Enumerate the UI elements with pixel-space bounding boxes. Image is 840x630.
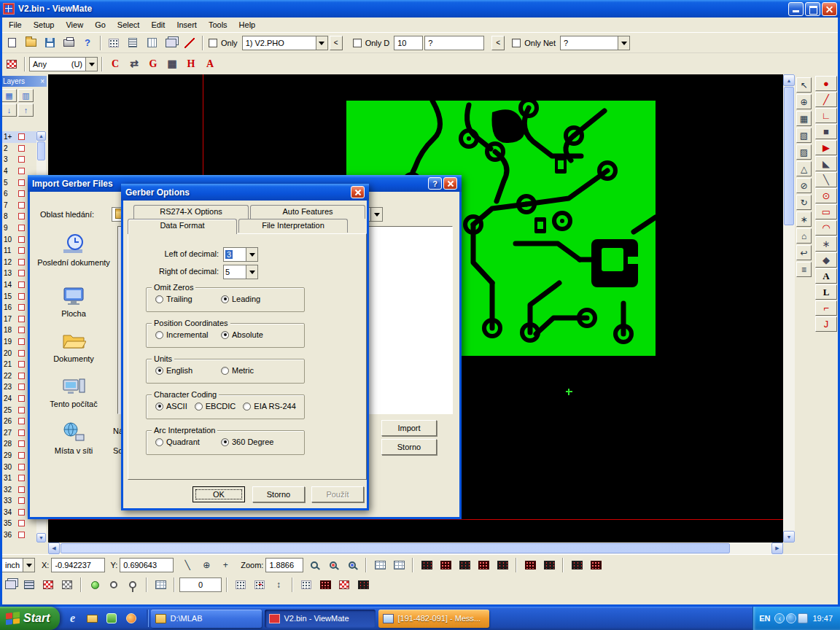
import-button[interactable]: Import: [381, 420, 437, 436]
x-coordinate-field[interactable]: -0.942237: [51, 558, 105, 572]
layer-combo[interactable]: 1) V2.PHO: [242, 36, 328, 50]
layer-row[interactable]: 2: [1, 143, 36, 155]
layer-up-button[interactable]: ↑: [18, 104, 34, 117]
pattern-c-icon[interactable]: [335, 577, 353, 593]
vertical-scrollbar[interactable]: ▲ ▼: [783, 74, 795, 542]
layer-swatch[interactable]: [18, 338, 25, 345]
layers-icon[interactable]: ≡: [796, 262, 812, 277]
radio-option[interactable]: ASCII: [155, 402, 187, 411]
cancel-button[interactable]: Storno: [252, 486, 305, 502]
close-button[interactable]: [822, 2, 837, 16]
prev-layer-button[interactable]: <: [330, 36, 343, 50]
rect-tool-icon[interactable]: ▭: [815, 204, 837, 219]
menu-item[interactable]: View: [60, 19, 89, 31]
red-checker-icon[interactable]: [39, 577, 57, 593]
net-table-icon[interactable]: [390, 557, 408, 573]
star-icon[interactable]: ∗: [796, 211, 812, 227]
layer-row[interactable]: 36: [1, 529, 36, 541]
triangle-icon[interactable]: △: [796, 161, 812, 176]
dot-grid-icon[interactable]: [232, 577, 249, 593]
rotate-icon[interactable]: ↻: [796, 195, 812, 210]
radio-option[interactable]: Leading: [221, 295, 282, 303]
selection-filter-icon[interactable]: [3, 56, 20, 72]
text-tool-icon[interactable]: A: [815, 268, 837, 284]
help-pointer-icon[interactable]: [79, 35, 96, 51]
crosshair-icon[interactable]: +: [217, 557, 234, 573]
messenger-icon[interactable]: [798, 613, 808, 623]
tab[interactable]: Data Format: [128, 219, 237, 234]
pad-view-1-icon[interactable]: [418, 557, 435, 573]
ok-button[interactable]: OK: [192, 486, 245, 502]
pad-view-9-icon[interactable]: [587, 557, 604, 573]
layer-swatch[interactable]: [18, 213, 25, 219]
horizontal-scrollbar[interactable]: ◀ ▶: [48, 542, 783, 554]
media-launch-icon[interactable]: [104, 610, 120, 626]
im-status-icon[interactable]: [786, 613, 796, 623]
open-file-icon[interactable]: [22, 35, 39, 51]
zoom-points-icon[interactable]: [343, 557, 361, 573]
layer-swatch[interactable]: [18, 440, 25, 447]
layer-swatch[interactable]: [18, 532, 25, 538]
layers-list-button[interactable]: ▥: [18, 89, 34, 102]
dcode-grid-icon[interactable]: [105, 35, 122, 51]
layer-swatch[interactable]: [18, 225, 25, 231]
layer-swatch[interactable]: [18, 407, 25, 413]
layers-panel-header[interactable]: Layers ×: [1, 76, 47, 87]
layer-swatch[interactable]: [18, 133, 25, 140]
radio-option[interactable]: EIA RS-244: [243, 402, 295, 411]
layer-swatch[interactable]: [18, 350, 25, 357]
asterisk-tool-icon[interactable]: ∗: [815, 236, 837, 252]
dropdown-arrow-icon[interactable]: [316, 36, 328, 50]
slash-tool-icon[interactable]: ╲: [815, 172, 837, 187]
grid-value-field[interactable]: 0: [179, 578, 222, 592]
dcode-input[interactable]: 10: [394, 36, 423, 50]
right-of-decimal-combo[interactable]: 5: [223, 265, 258, 279]
layer-row[interactable]: 35: [1, 518, 36, 529]
scroll-up-icon[interactable]: ▲: [783, 74, 795, 86]
scroll-down-icon[interactable]: ▼: [783, 531, 795, 542]
layer-swatch[interactable]: [18, 304, 25, 311]
hatch2-icon[interactable]: ▨: [796, 144, 812, 160]
task-button-message[interactable]: [191-482-091] - Mess...: [378, 610, 489, 628]
only-net-checkbox[interactable]: [512, 39, 521, 47]
zoom-field[interactable]: 1.8866: [265, 558, 303, 572]
probe-circle-icon[interactable]: [124, 577, 141, 593]
layer-row[interactable]: 1+: [1, 131, 36, 143]
layer-row[interactable]: 3: [1, 154, 36, 166]
pad-view-7-icon[interactable]: [540, 557, 558, 573]
minimize-button[interactable]: [788, 2, 804, 16]
play-tool-icon[interactable]: ▶: [815, 140, 837, 155]
menu-item[interactable]: Help: [233, 19, 262, 31]
dropdown-arrow-icon[interactable]: [618, 36, 630, 50]
outline-circle-icon[interactable]: [105, 577, 122, 593]
radio-option[interactable]: 360 Degree: [221, 438, 282, 446]
menu-item[interactable]: Tools: [203, 19, 233, 31]
radio-option[interactable]: Incremental: [155, 330, 217, 339]
film-box-icon[interactable]: [162, 35, 179, 51]
browser-launch-icon[interactable]: [123, 610, 139, 626]
radio-option[interactable]: EBCDIC: [195, 402, 236, 411]
pattern-d-icon[interactable]: [354, 577, 372, 593]
home-icon[interactable]: ⌂: [796, 228, 812, 244]
layer-swatch[interactable]: [18, 520, 25, 526]
undo-icon[interactable]: ↩: [796, 245, 812, 260]
layer-swatch[interactable]: [18, 179, 25, 186]
letter-l-tool-icon[interactable]: L: [815, 284, 837, 300]
net-combo[interactable]: ?: [560, 36, 630, 50]
diamond-tool-icon[interactable]: ◆: [815, 252, 837, 268]
menu-item[interactable]: Go: [89, 19, 112, 31]
arc-tool-icon[interactable]: ◠: [815, 220, 837, 236]
snap-green-icon[interactable]: [86, 577, 104, 593]
radio-option[interactable]: Metric: [221, 366, 282, 375]
place-my-computer[interactable]: Tento počítač: [36, 373, 112, 408]
scroll-left-icon[interactable]: ◀: [48, 542, 60, 554]
language-indicator[interactable]: EN: [759, 614, 770, 623]
updown-icon[interactable]: [270, 577, 287, 593]
units-combo[interactable]: inch: [1, 558, 35, 572]
dialog-title-bar[interactable]: Gerber Options: [121, 184, 369, 201]
layer-swatch[interactable]: [18, 497, 25, 504]
radio-option[interactable]: Quadrant: [155, 438, 217, 446]
films-icon[interactable]: [1, 577, 19, 593]
apply-button[interactable]: Použít: [311, 486, 364, 502]
layer-swatch[interactable]: [18, 259, 25, 265]
